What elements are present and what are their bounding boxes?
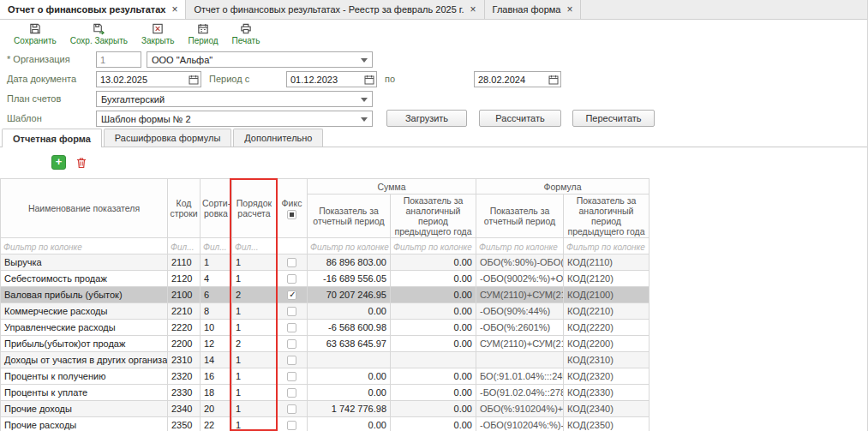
cell-sum2[interactable]: 0.00 xyxy=(391,271,476,287)
cell-f2[interactable]: КОД(2110) xyxy=(564,254,650,271)
cell-order[interactable]: 2 xyxy=(232,336,277,352)
cell-name[interactable]: Доходы от участия в других организаци... xyxy=(1,352,168,368)
cell-f1[interactable]: СУМ(2110)+СУМ(21... xyxy=(476,287,564,303)
period-button[interactable]: Период xyxy=(182,21,225,46)
filter-cell-fix[interactable] xyxy=(277,238,308,254)
tab-report-form[interactable]: Отчетная форма xyxy=(2,129,102,147)
cell-f1[interactable]: СУМ(2110)+СУМ(21... xyxy=(476,336,564,352)
period-from-calendar-button[interactable] xyxy=(362,72,376,87)
table-row[interactable]: Прочие расходы23502210.000.00-ОБО(910204… xyxy=(1,417,650,431)
cell-sort[interactable]: 14 xyxy=(201,352,232,368)
cell-sum1[interactable]: 0.00 xyxy=(308,303,391,320)
col-header-name[interactable]: Наименование показателя xyxy=(1,179,168,238)
table-row[interactable]: Проценты к уплате23301810.000.00-БО(91.0… xyxy=(1,385,650,401)
fix-checkbox[interactable] xyxy=(287,356,296,365)
cell-fix[interactable] xyxy=(277,417,308,431)
cell-sort[interactable]: 10 xyxy=(201,320,232,336)
organization-select[interactable]: ООО "Альфа" xyxy=(147,51,373,68)
cell-order[interactable]: 1 xyxy=(232,417,277,431)
cell-name[interactable]: Себестоимость продаж xyxy=(1,271,168,287)
cell-order[interactable]: 1 xyxy=(232,303,277,320)
table-row[interactable]: Управленческие расходы2220101-6 568 600.… xyxy=(1,320,650,336)
window-tab-main-form[interactable]: Главная форма × xyxy=(485,0,582,19)
period-from-input[interactable] xyxy=(287,72,362,87)
cell-f2[interactable]: КОД(2100) xyxy=(564,287,650,303)
cell-sort[interactable]: 22 xyxy=(201,417,232,431)
cell-sum2[interactable]: 0.00 xyxy=(391,336,476,352)
col-header-formula-report-period[interactable]: Показатель за отчетный период xyxy=(476,195,564,238)
cell-code[interactable]: 2210 xyxy=(168,303,201,320)
cell-f1[interactable]: -ОБО(9002%:%)+ОБ... xyxy=(476,271,564,287)
cell-code[interactable]: 2310 xyxy=(168,352,201,368)
tab-close-icon[interactable]: × xyxy=(470,4,476,15)
cell-sum2[interactable]: 0.00 xyxy=(391,417,476,431)
tab-close-icon[interactable]: × xyxy=(171,4,177,15)
cell-sum1[interactable]: 70 207 246.95 xyxy=(308,287,391,303)
template-select[interactable]: Шаблон формы № 2 xyxy=(96,111,373,127)
cell-f1[interactable] xyxy=(476,352,564,368)
cell-order[interactable]: 1 xyxy=(232,401,277,417)
cell-sum2[interactable] xyxy=(391,352,476,368)
cell-sort[interactable]: 12 xyxy=(201,336,232,352)
cell-name[interactable]: Проценты к получению xyxy=(1,368,168,385)
cell-code[interactable]: 2200 xyxy=(168,336,201,352)
doc-date-input[interactable] xyxy=(97,72,186,87)
cell-f1[interactable]: -ОБО(910204%:%)-С... xyxy=(476,417,564,431)
doc-date-field[interactable] xyxy=(96,71,201,87)
table-row[interactable]: Прибыль(убыток)от продаж220012263 638 64… xyxy=(1,336,650,352)
filter-cell-sum-prev[interactable]: Фильтр по колонке xyxy=(391,238,476,254)
recalculate-button[interactable]: Пересчитать xyxy=(572,110,655,127)
col-header-calc-order[interactable]: Порядок расчета xyxy=(232,179,277,238)
col-header-code[interactable]: Код строки xyxy=(168,179,201,238)
table-row[interactable]: Валовая прибыль (убыток)21006270 207 246… xyxy=(1,287,650,303)
save-button[interactable]: Сохранить xyxy=(7,21,63,46)
table-row[interactable]: Себестоимость продаж212041-16 689 556.05… xyxy=(1,271,650,287)
cell-f1[interactable]: -ОБО(%:2601%) xyxy=(476,320,564,336)
cell-sort[interactable]: 18 xyxy=(201,385,232,401)
period-to-field[interactable] xyxy=(474,71,561,87)
cell-f1[interactable]: БО(:91.01.04%:::245... xyxy=(476,368,564,385)
window-tab-report[interactable]: Отчет о финансовых результатах × xyxy=(0,0,186,19)
cell-name[interactable]: Коммерческие расходы xyxy=(1,303,168,320)
fix-checkbox[interactable] xyxy=(287,404,296,414)
filter-cell-calc-order[interactable]: Фил... xyxy=(232,238,277,254)
fix-checkbox-checked[interactable] xyxy=(287,290,296,300)
chevron-down-icon[interactable] xyxy=(361,98,368,102)
print-button[interactable]: Печать xyxy=(225,21,267,46)
cell-f1[interactable]: -ОБО(90%:44%) xyxy=(476,303,564,320)
add-row-button[interactable]: + xyxy=(51,155,66,170)
tab-formula-decoding[interactable]: Расшифровка формулы xyxy=(104,129,231,147)
organization-code-field[interactable] xyxy=(96,51,141,68)
cell-order[interactable]: 1 xyxy=(232,385,277,401)
cell-code[interactable]: 2110 xyxy=(168,254,201,271)
cell-f2[interactable]: КОД(2200) xyxy=(564,336,650,352)
chevron-down-icon[interactable] xyxy=(361,58,368,63)
window-tab-registry[interactable]: Отчет о финансовых результатах - Реестр … xyxy=(186,0,484,19)
filter-cell-name[interactable]: Фильтр по колонке xyxy=(1,238,168,254)
fix-checkbox[interactable] xyxy=(287,323,296,332)
cell-f2[interactable]: КОД(2340) xyxy=(564,401,650,417)
cell-name[interactable]: Проценты к уплате xyxy=(1,385,168,401)
cell-sum2[interactable]: 0.00 xyxy=(391,320,476,336)
filter-cell-sort[interactable]: Фил... xyxy=(201,238,232,254)
filter-cell-formula-prev[interactable]: Фильтр по колонке xyxy=(564,238,650,254)
cell-fix[interactable] xyxy=(277,385,308,401)
cell-sum1[interactable]: -16 689 556.05 xyxy=(308,271,391,287)
cell-sum2[interactable]: 0.00 xyxy=(391,254,476,271)
tab-additional[interactable]: Дополнительно xyxy=(233,129,323,147)
cell-order[interactable]: 2 xyxy=(232,287,277,303)
cell-code[interactable]: 2330 xyxy=(168,385,201,401)
cell-fix[interactable] xyxy=(277,320,308,336)
cell-fix[interactable] xyxy=(277,254,308,271)
cell-sort[interactable]: 4 xyxy=(201,271,232,287)
filter-cell-code[interactable]: Фил... xyxy=(168,238,201,254)
col-header-sort[interactable]: Сорти-ровка xyxy=(201,179,232,238)
table-row[interactable]: Коммерческие расходы2210810.000.00-ОБО(9… xyxy=(1,303,650,320)
cell-order[interactable]: 1 xyxy=(232,271,277,287)
fix-checkbox[interactable] xyxy=(287,421,296,430)
cell-name[interactable]: Прочие расходы xyxy=(1,417,168,431)
fix-checkbox[interactable] xyxy=(287,258,296,267)
cell-order[interactable]: 1 xyxy=(232,368,277,385)
cell-fix[interactable] xyxy=(277,287,308,303)
cell-f2[interactable]: КОД(2320) xyxy=(564,368,650,385)
